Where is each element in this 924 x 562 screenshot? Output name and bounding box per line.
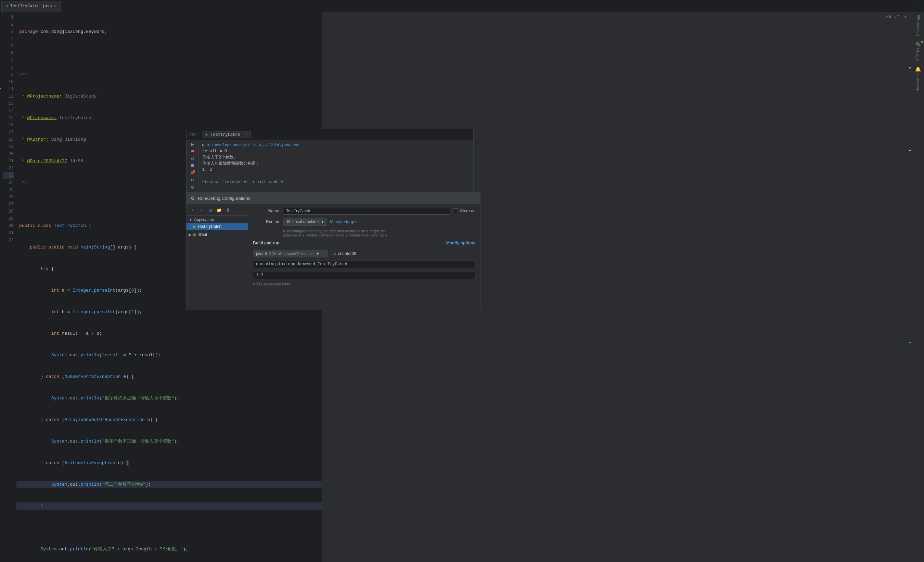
config-folder-button[interactable]: 📁 [215, 206, 223, 214]
store-as-checkbox[interactable] [453, 209, 458, 213]
sdk-select[interactable]: java 8 SDK of 'chapter08' module ▼ [253, 250, 328, 257]
run-output-exit: Process finished with exit code 0 [202, 179, 470, 185]
run-on-caret: ▼ [321, 220, 324, 224]
sdk-caret: ▼ [315, 251, 320, 256]
notifications-label: Notifications [916, 73, 920, 92]
notifications-icon: 🔔 [915, 66, 921, 72]
editor-container: ▶ 1 2 3 4 5 6 7 8 9 ▶ 10 ▶ ● 11 12 13 14… [0, 12, 924, 562]
tab-testtrycatch[interactable]: J TestTryCatch.java × [2, 1, 61, 12]
config-icon: ⚙ [190, 195, 195, 201]
config-item-label: TestTryCatch [198, 224, 221, 229]
config-copy-button[interactable]: ⊞ [206, 206, 214, 214]
modify-options-link[interactable]: Modify options [446, 240, 476, 245]
sidebar-icon-restkit[interactable]: 🔌 RESTKit [912, 39, 924, 64]
run-rerun-button[interactable]: ↺ [188, 155, 198, 161]
restkit-dot [921, 41, 923, 43]
run-on-select[interactable]: 🖥 Local machine ▼ [283, 218, 327, 225]
app-icon: ▶ [194, 224, 196, 229]
tab-bar: J TestTryCatch.java × ⋮ [0, 0, 924, 12]
main-class-row: com.dingjiaxiong.keyword.TestTryCatch [253, 260, 476, 268]
run-command: ▶ D:\Develop\Java\jdk1.8.0_371\bin\java.… [202, 142, 470, 148]
restkit-label: RESTKit [916, 48, 920, 61]
run-tab-close[interactable]: × [245, 132, 247, 137]
local-machine-icon: 🖥 [286, 219, 290, 224]
run-output-line-1: result = 0 [202, 148, 470, 154]
config-form: Name: Store as Run on: 🖥 Local machine ▼ [248, 204, 480, 310]
ok-count: ✓1 [894, 14, 900, 19]
tab-menu-button[interactable]: ⋮ [912, 2, 924, 11]
config-name-row: Name: Store as [253, 207, 476, 215]
press-alt-hint: Press Alt for field hints [253, 282, 476, 286]
config-header: ⚙ Run/Debug Configurations [186, 193, 480, 204]
restkit-icon: 🔌 [915, 41, 921, 47]
run-output-panel: Run: ▶ TestTryCatch × ▶ ■ ↺ ⊞ 📌 ⊟ ⚙ 🗑 ⚡ [186, 129, 474, 202]
main-class-input[interactable]: com.dingjiaxiong.keyword.TestTryCatch [253, 260, 476, 268]
close-tab-icon[interactable]: × [54, 5, 56, 8]
java-file-icon: J [6, 4, 8, 8]
cp-flag: -cp [330, 251, 336, 256]
scroll-mark-2 [909, 150, 911, 151]
junit-section-icon: ⊕ [193, 232, 196, 237]
config-tree-toolbar: + − ⊞ 📁 ⇅ [186, 205, 248, 216]
run-panel-header: Run: ▶ TestTryCatch × [186, 129, 473, 140]
program-args-input[interactable]: 1 2 [253, 271, 476, 279]
scroll-indicator [909, 12, 911, 562]
junit-section-header[interactable]: ▶ ⊕ JUnit [186, 231, 248, 238]
application-section-header[interactable]: ▼ Application [186, 216, 248, 223]
name-label: Name: [253, 209, 280, 213]
cp-value: chapter08 [338, 251, 356, 256]
config-tree-application-section: ▼ Application ▶ TestTryCatch [186, 216, 248, 231]
config-tree: + − ⊞ 📁 ⇅ ▼ Application ▶ TestTryCatch [186, 204, 248, 310]
run-filter-button[interactable]: ⊟ [188, 177, 198, 183]
run-output-line-5 [202, 173, 470, 179]
config-title: Run/Debug Configurations [198, 196, 250, 201]
run-on-label: Run on: [253, 219, 280, 224]
right-sidebar: 🗄 Database 🔌 RESTKit 🔔 Notifications [912, 12, 924, 562]
run-label: Run: [189, 132, 199, 137]
run-split-button[interactable]: ⊞ [188, 162, 198, 168]
config-item-testtrycatch[interactable]: ▶ TestTryCatch [186, 223, 248, 230]
manage-targets-link[interactable]: Manage targets... [330, 219, 362, 224]
tab-filename: TestTryCatch.java [10, 4, 52, 9]
config-sort-button[interactable]: ⇅ [224, 206, 232, 214]
config-body: + − ⊞ 📁 ⇅ ▼ Application ▶ TestTryCatch [186, 204, 480, 310]
run-play-button[interactable]: ▶ [188, 141, 198, 147]
line-numbers: ▶ 1 2 3 4 5 6 7 8 9 ▶ 10 ▶ ● 11 12 13 14… [0, 12, 16, 562]
build-run-section: Build and run Modify options [253, 240, 476, 247]
config-add-button[interactable]: + [189, 206, 196, 214]
build-run-label: Build and run [253, 240, 279, 245]
application-section-label: Application [194, 217, 214, 222]
run-tab-testtrycatch[interactable]: ▶ TestTryCatch × [202, 131, 251, 138]
database-label: Database [916, 21, 920, 36]
run-tab-name: TestTryCatch [210, 132, 240, 137]
name-input[interactable] [283, 207, 450, 215]
sdk-row: java 8 SDK of 'chapter08' module ▼ -cp c… [253, 250, 476, 257]
expand-icon[interactable]: ▼ [903, 14, 908, 19]
sdk-label: java 8 [256, 251, 267, 256]
run-tab-icon: ▶ [206, 132, 208, 137]
program-args-row: 1 2 [253, 271, 476, 279]
scroll-mark-3 [909, 342, 911, 343]
config-run-on-row: Run on: 🖥 Local machine ▼ Manage targets… [253, 218, 476, 225]
section-collapse-icon: ▼ [189, 217, 193, 222]
run-settings-button[interactable]: ⚙ [188, 184, 198, 190]
sidebar-icon-database[interactable]: 🗄 Database [912, 12, 924, 39]
run-debug-config-panel: ⚙ Run/Debug Configurations + − ⊞ 📁 ⇅ ▼ A… [186, 192, 480, 310]
config-hint: Run configurations may be executed local… [283, 229, 476, 237]
warning-count: ⚠5 [885, 14, 891, 19]
run-pin-button[interactable]: 📌 [188, 170, 198, 176]
store-as-label: Store as [460, 209, 476, 213]
config-remove-button[interactable]: − [198, 206, 205, 214]
scroll-mark-1 [909, 68, 911, 68]
junit-section-label: JUnit [198, 232, 207, 237]
sidebar-icon-notifications[interactable]: 🔔 Notifications [912, 64, 924, 94]
run-output-line-2: 你输入了2个参数。 [202, 154, 470, 161]
run-output-line-3: 你输入的被除数和除数分别是： [202, 161, 470, 167]
junit-collapse-icon: ▶ [189, 232, 192, 237]
database-icon: 🗄 [916, 15, 921, 21]
sdk-detail: SDK of 'chapter08' module [269, 252, 314, 255]
run-stop-button[interactable]: ■ [188, 149, 198, 154]
config-tree-junit-section: ▶ ⊕ JUnit [186, 231, 248, 239]
run-on-value: Local machine [292, 219, 319, 224]
run-output-line-4: 1 2 [202, 167, 470, 173]
